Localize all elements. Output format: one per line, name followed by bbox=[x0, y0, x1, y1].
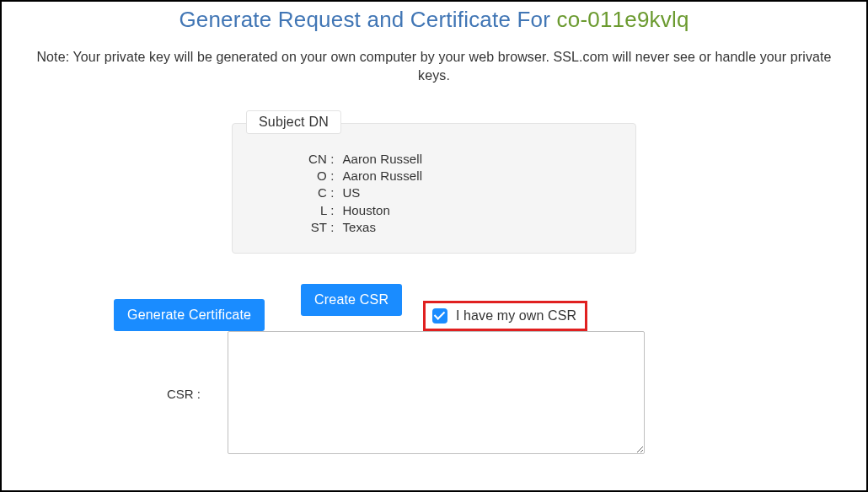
dn-key: C : bbox=[308, 184, 342, 201]
note-text: Note: Your private key will be generated… bbox=[2, 38, 866, 86]
csr-section: CSR : bbox=[2, 331, 866, 483]
create-csr-button[interactable]: Create CSR bbox=[301, 284, 402, 316]
dn-row: ST : Texas bbox=[308, 219, 422, 236]
subject-dn-rows: CN : Aaron Russell O : Aaron Russell C :… bbox=[308, 151, 422, 236]
page-title-prefix: Generate Request and Certificate For bbox=[179, 7, 556, 32]
own-csr-label[interactable]: I have my own CSR bbox=[456, 308, 576, 324]
dn-value: US bbox=[342, 184, 422, 201]
subject-dn-box: Subject DN CN : Aaron Russell O : Aaron … bbox=[232, 123, 636, 254]
subject-dn-legend: Subject DN bbox=[246, 110, 341, 134]
dn-row: CN : Aaron Russell bbox=[308, 151, 422, 168]
dn-value: Houston bbox=[342, 202, 422, 219]
dn-row: L : Houston bbox=[308, 202, 422, 219]
dn-value: Aaron Russell bbox=[342, 168, 422, 184]
action-row: Generate Certificate Create CSR I have m… bbox=[114, 284, 754, 331]
csr-label: CSR : bbox=[167, 387, 201, 401]
dn-key: ST : bbox=[308, 219, 342, 236]
own-csr-checkbox[interactable] bbox=[432, 308, 447, 324]
generate-certificate-button[interactable]: Generate Certificate bbox=[114, 299, 265, 331]
dn-value: Aaron Russell bbox=[342, 151, 422, 168]
dn-key: O : bbox=[308, 168, 342, 184]
dn-row: C : US bbox=[308, 184, 422, 201]
dn-key: L : bbox=[308, 202, 342, 219]
csr-input[interactable] bbox=[228, 331, 645, 454]
dn-key: CN : bbox=[308, 151, 342, 168]
dn-value: Texas bbox=[342, 219, 422, 236]
cert-id: co-011e9kvlq bbox=[557, 7, 689, 32]
dn-row: O : Aaron Russell bbox=[308, 168, 422, 184]
page-title: Generate Request and Certificate For co-… bbox=[2, 2, 866, 38]
own-csr-group[interactable]: I have my own CSR bbox=[423, 301, 587, 331]
